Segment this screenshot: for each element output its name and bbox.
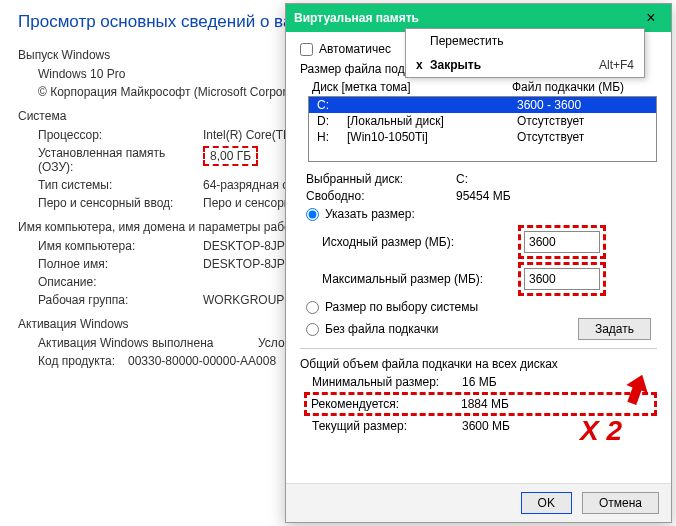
selected-disk-value: C: bbox=[456, 172, 468, 186]
menu-item-close[interactable]: xЗакрытьAlt+F4 bbox=[406, 53, 644, 77]
disk-list[interactable]: C:3600 - 3600 D:[Локальный диск]Отсутств… bbox=[308, 96, 657, 162]
annotation-arrow-icon bbox=[618, 370, 656, 408]
activation-status: Активация Windows выполнена bbox=[38, 336, 258, 350]
row-initial-size: Исходный размер (МБ): bbox=[322, 225, 657, 259]
cur-value: 3600 МБ bbox=[462, 419, 510, 433]
col-pagefile: Файл подкачки (МБ) bbox=[512, 80, 624, 94]
row-min-size: Минимальный размер:16 МБ bbox=[312, 375, 657, 389]
disk-list-header: Диск [метка тома] Файл подкачки (МБ) bbox=[312, 80, 657, 94]
radio-system-managed-label: Размер по выбору системы bbox=[325, 300, 478, 314]
row-selected-disk: Выбранный диск:C: bbox=[306, 172, 657, 186]
free-label: Свободно: bbox=[306, 189, 456, 203]
total-size-label: Общий объем файла подкачки на всех диска… bbox=[300, 357, 657, 371]
selected-disk-label: Выбранный диск: bbox=[306, 172, 456, 186]
max-size-highlight bbox=[518, 262, 606, 296]
radio-custom-size[interactable] bbox=[306, 208, 319, 221]
radio-no-pagefile-row: Без файла подкачки bbox=[306, 322, 578, 336]
close-icon: x bbox=[416, 58, 430, 72]
row-free-space: Свободно:95454 МБ bbox=[306, 189, 657, 203]
row-max-size: Максимальный размер (МБ): bbox=[322, 262, 657, 296]
rec-label: Рекомендуется: bbox=[311, 397, 461, 411]
annotation-x2-label: X 2 bbox=[580, 415, 622, 447]
dialog-button-bar: OK Отмена bbox=[286, 483, 671, 522]
ram-value: 8,00 ГБ bbox=[203, 146, 258, 174]
radio-custom-size-label: Указать размер: bbox=[325, 207, 415, 221]
radio-no-pagefile[interactable] bbox=[306, 323, 319, 336]
divider bbox=[300, 348, 657, 349]
window-system-menu[interactable]: Переместить xЗакрытьAlt+F4 bbox=[405, 28, 645, 78]
list-item[interactable]: D:[Локальный диск]Отсутствует bbox=[309, 113, 656, 129]
initial-size-label: Исходный размер (МБ): bbox=[322, 235, 518, 249]
processor-label: Процессор: bbox=[38, 128, 203, 142]
initial-size-input[interactable] bbox=[524, 231, 600, 253]
set-button[interactable]: Задать bbox=[578, 318, 651, 340]
radio-no-pagefile-label: Без файла подкачки bbox=[325, 322, 438, 336]
dialog-title: Виртуальная память bbox=[294, 11, 631, 25]
ram-highlight: 8,00 ГБ bbox=[203, 146, 258, 166]
wg-label: Рабочая группа: bbox=[38, 293, 203, 307]
list-item[interactable]: C:3600 - 3600 bbox=[309, 97, 656, 113]
auto-manage-label: Автоматичес bbox=[319, 42, 391, 56]
close-icon[interactable]: × bbox=[631, 9, 671, 27]
list-item[interactable]: H:[Win10-1050Ti]Отсутствует bbox=[309, 129, 656, 145]
initial-size-highlight bbox=[518, 225, 606, 259]
pid-label: Код продукта: bbox=[38, 354, 128, 368]
free-value: 95454 МБ bbox=[456, 189, 511, 203]
wg-value: WORKGROUP bbox=[203, 293, 284, 307]
pen-label: Перо и сенсорный ввод: bbox=[38, 196, 203, 210]
pid-value: 00330-80000-00000-AA008 bbox=[128, 354, 276, 368]
cur-label: Текущий размер: bbox=[312, 419, 462, 433]
recommended-highlight: Рекомендуется:1884 МБ bbox=[304, 392, 657, 416]
cname-label: Имя компьютера: bbox=[38, 239, 203, 253]
ram-label: Установленная память (ОЗУ): bbox=[38, 146, 203, 174]
min-label: Минимальный размер: bbox=[312, 375, 462, 389]
menu-item-move[interactable]: Переместить bbox=[406, 29, 644, 53]
auto-manage-checkbox[interactable] bbox=[300, 43, 313, 56]
min-value: 16 МБ bbox=[462, 375, 497, 389]
desc-label: Описание: bbox=[38, 275, 203, 289]
fname-label: Полное имя: bbox=[38, 257, 203, 271]
radio-system-managed-row: Размер по выбору системы bbox=[306, 300, 657, 314]
shortcut-label: Alt+F4 bbox=[599, 58, 634, 72]
max-size-input[interactable] bbox=[524, 268, 600, 290]
rec-value: 1884 МБ bbox=[461, 397, 509, 411]
radio-custom-size-row: Указать размер: bbox=[306, 207, 657, 221]
col-disk: Диск [метка тома] bbox=[312, 80, 512, 94]
ok-button[interactable]: OK bbox=[521, 492, 572, 514]
systype-label: Тип системы: bbox=[38, 178, 203, 192]
cancel-button[interactable]: Отмена bbox=[582, 492, 659, 514]
radio-system-managed[interactable] bbox=[306, 301, 319, 314]
max-size-label: Максимальный размер (МБ): bbox=[322, 272, 518, 286]
